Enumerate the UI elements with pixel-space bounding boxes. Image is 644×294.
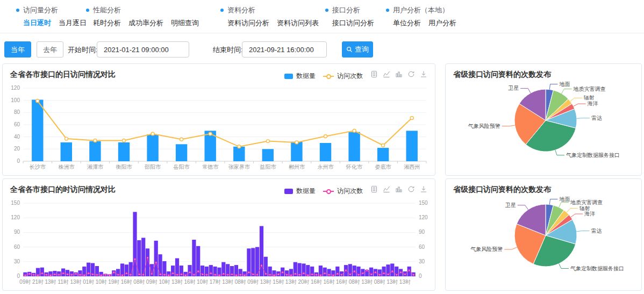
line-chart-toggle-icon[interactable]	[383, 70, 390, 78]
nav-group-title: 性能分析	[93, 5, 121, 15]
svg-text:0: 0	[17, 273, 20, 279]
start-time-input[interactable]	[97, 41, 189, 58]
svg-text:株洲市: 株洲市	[58, 164, 75, 170]
download-icon[interactable]	[420, 70, 427, 78]
svg-text:怀化市: 怀化市	[346, 164, 363, 170]
nav-group-title: 用户分析（本地）	[393, 5, 449, 15]
end-time-input[interactable]	[242, 41, 327, 58]
pie-bottom-canvas[interactable]: 地面地质灾害调查辐射海洋雷达气象定制数据服务接口气象风险预警卫星	[446, 194, 641, 290]
svg-text:13时: 13时	[260, 279, 271, 285]
svg-text:15时: 15时	[273, 279, 284, 285]
chart-legend[interactable]: 数据量 访问次数	[284, 187, 363, 196]
svg-text:卫星: 卫星	[505, 202, 516, 208]
svg-text:90: 90	[14, 229, 20, 235]
svg-text:衡阳市: 衡阳市	[116, 164, 133, 170]
svg-text:08时: 08时	[374, 279, 385, 285]
search-button[interactable]: 查询	[342, 41, 373, 58]
nav-group-performance: 性能分析 耗时分析 成功率分析 明细查询	[86, 5, 199, 28]
svg-text:湘西州: 湘西州	[404, 164, 420, 170]
svg-text:雷达: 雷达	[591, 228, 602, 234]
data-view-icon[interactable]	[370, 185, 378, 193]
dashboard-page: 访问量分析 当日逐时 当月逐日 性能分析 耗时分析 成功率分析 明细查询 资料分…	[0, 0, 644, 294]
refresh-icon[interactable]	[407, 70, 415, 78]
svg-text:常德市: 常德市	[202, 164, 219, 170]
daily-chart-canvas[interactable]: 020406080100120长沙市株洲市湘潭市衡阳市邵阳市岳阳市常德市张家界市…	[3, 84, 436, 175]
search-button-label: 查询	[355, 42, 369, 57]
legend-line-swatch	[323, 74, 334, 78]
nav-group-title: 资料分析	[227, 5, 255, 15]
nav-group-title: 接口分析	[332, 5, 360, 15]
svg-text:海洋: 海洋	[588, 101, 598, 106]
svg-text:卫星: 卫星	[508, 85, 519, 91]
bar-chart-toggle-icon[interactable]	[395, 70, 403, 78]
svg-text:19时: 19时	[108, 279, 119, 285]
start-time-label: 开始时间:	[68, 45, 98, 55]
svg-text:09时: 09时	[19, 279, 31, 285]
refresh-icon[interactable]	[407, 185, 415, 193]
nav-item-data-access-list[interactable]: 资料访问列表	[277, 18, 319, 28]
svg-text:40: 40	[14, 134, 20, 140]
svg-text:20: 20	[14, 146, 20, 152]
this-year-button[interactable]: 当年	[4, 41, 31, 58]
svg-text:雷达: 雷达	[591, 115, 602, 121]
nav-group-users: 用户分析（本地） 单位分析 用户分析	[386, 5, 456, 28]
filter-bar: 当年 去年 开始时间: 结束时间: 查询	[0, 33, 644, 63]
svg-text:17时: 17时	[210, 279, 221, 285]
svg-text:海洋: 海洋	[584, 211, 595, 217]
svg-text:16时: 16时	[324, 279, 335, 285]
bullet-icon	[86, 9, 89, 12]
hourly-chart-canvas[interactable]: 0030306060909012012015015009时21时13时11时13…	[3, 199, 436, 290]
svg-text:09时: 09时	[146, 279, 158, 285]
svg-text:邵阳市: 邵阳市	[145, 164, 161, 170]
pie-top-canvas[interactable]: 地面地质灾害调查辐射海洋雷达气象定制数据服务接口气象风险预警卫星	[446, 79, 641, 175]
bullet-icon	[16, 9, 19, 12]
nav-group-data: 资料分析 资料访问分析 资料访问列表	[220, 5, 319, 28]
svg-text:气象风险预警: 气象风险预警	[468, 123, 500, 129]
nav-item-success-rate[interactable]: 成功率分析	[128, 18, 163, 28]
nav-item-hourly-today[interactable]: 当日逐时	[23, 18, 51, 28]
svg-text:150: 150	[11, 200, 20, 206]
svg-text:16时: 16时	[311, 279, 322, 285]
legend-bar-swatch	[284, 74, 293, 79]
chart-legend[interactable]: 数据量 访问次数	[284, 71, 363, 81]
data-view-icon[interactable]	[370, 70, 378, 78]
legend-line-label: 访问次数	[337, 71, 363, 81]
svg-text:150: 150	[419, 200, 428, 206]
svg-text:湘潭市: 湘潭市	[87, 164, 104, 170]
bullet-icon	[386, 9, 389, 12]
nav-item-interface-access-analysis[interactable]: 接口访问分析	[332, 18, 374, 28]
svg-text:13时: 13时	[70, 279, 82, 285]
download-icon[interactable]	[420, 185, 427, 193]
svg-text:30: 30	[14, 259, 20, 264]
daily-visits-chart-card: 全省各市接口的日访问情况对比 数据量 访问次数 020406080100120长…	[2, 63, 435, 176]
svg-text:气象风险预警: 气象风险预警	[470, 246, 503, 252]
svg-text:08时: 08时	[235, 279, 246, 285]
svg-text:辐射: 辐射	[584, 95, 595, 101]
nav-item-detail-query[interactable]: 明细查询	[171, 18, 199, 28]
bar-chart-toggle-icon[interactable]	[395, 185, 403, 193]
chart-title: 全省各市接口的日访问情况对比	[10, 70, 116, 80]
nav-item-unit-analysis[interactable]: 单位分析	[393, 18, 421, 28]
svg-text:20时: 20时	[298, 279, 309, 285]
nav-item-daily-month[interactable]: 当月逐日	[59, 18, 87, 28]
legend-bar-swatch	[284, 189, 293, 194]
nav-group-interface: 接口分析 接口访问分析	[325, 5, 374, 28]
legend-line-swatch	[323, 189, 334, 193]
svg-text:60: 60	[14, 244, 20, 250]
line-chart-toggle-icon[interactable]	[383, 185, 390, 193]
nav-group-visits: 访问量分析 当日逐时 当月逐日	[16, 5, 87, 28]
svg-text:120: 120	[419, 214, 428, 220]
svg-text:08时: 08时	[133, 279, 145, 285]
svg-text:13时: 13时	[285, 279, 297, 285]
svg-text:气象定制数据服务接口: 气象定制数据服务接口	[570, 266, 624, 271]
nav-item-data-access-analysis[interactable]: 资料访问分析	[227, 18, 269, 28]
svg-text:60: 60	[14, 121, 20, 127]
svg-text:120: 120	[11, 85, 20, 91]
legend-line-label: 访问次数	[337, 187, 363, 196]
chart-toolbox	[370, 70, 427, 78]
svg-text:16时: 16时	[336, 279, 347, 285]
nav-item-time-analysis[interactable]: 耗时分析	[93, 18, 121, 28]
nav-item-user-analysis[interactable]: 用户分析	[428, 18, 456, 28]
last-year-button[interactable]: 去年	[37, 41, 63, 58]
svg-text:21时: 21时	[32, 279, 44, 285]
